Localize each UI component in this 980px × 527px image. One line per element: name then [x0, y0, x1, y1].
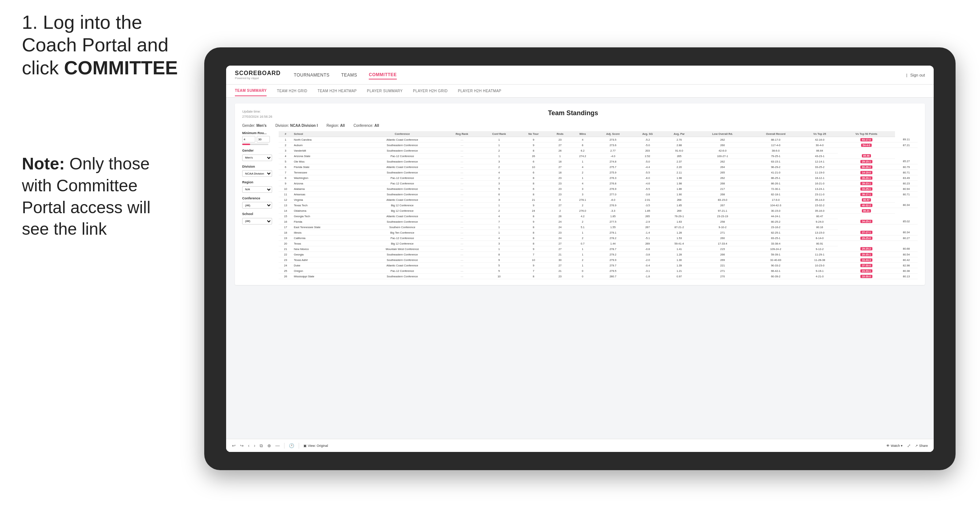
watch-btn[interactable]: 👁 Watch ▾	[886, 444, 903, 448]
note-area: Note: Only those with Committee Portal a…	[22, 153, 161, 240]
table-row: 6Florida StateAtlantic Coast Conference—…	[278, 164, 918, 170]
gender-select[interactable]: Men's	[242, 154, 272, 161]
table-cell: 24	[549, 219, 571, 224]
table-cell: 21	[278, 246, 293, 252]
nav-committee[interactable]: COMMITTEE	[369, 71, 397, 79]
conference-select[interactable]: (All)	[242, 202, 272, 208]
table-cell: 85.27	[895, 159, 918, 164]
toolbar-forward[interactable]: ›	[254, 443, 255, 448]
table-cell: Duke	[293, 263, 361, 268]
min-rounds-max-input[interactable]	[257, 136, 270, 143]
logo-subtitle: Powered by clippd	[235, 76, 281, 80]
sub-nav-team-h2h-grid[interactable]: TEAM H2H GRID	[277, 86, 307, 96]
table-cell: —	[444, 208, 480, 214]
table-cell: —	[444, 274, 480, 279]
filters-sidebar: Minimum Rou... Gender	[242, 131, 274, 279]
table-cell: 279.7	[594, 263, 632, 268]
table-cell: —	[444, 143, 480, 148]
nav-teams[interactable]: TEAMS	[341, 71, 358, 79]
sign-out-button[interactable]: Sign out	[910, 73, 925, 77]
toolbar-back[interactable]: ‹	[248, 443, 250, 448]
table-cell: 17-9-0	[750, 197, 802, 203]
table-cell: 104-42-3	[750, 203, 802, 208]
th-vs-top50: Vs Top 50 Points	[838, 131, 895, 137]
table-cell: 59-39-1	[750, 252, 802, 257]
filter-gender: Gender Men's	[242, 149, 274, 161]
table-cell: -0.4	[632, 263, 663, 268]
share-btn[interactable]: ↗ Share	[915, 444, 928, 448]
table-cell: 2.70	[663, 137, 695, 143]
table-cell: 260	[695, 143, 750, 148]
toolbar-expand[interactable]: ⤢	[907, 443, 911, 448]
table-cell: -3.8	[632, 252, 663, 257]
table-cell: 21	[549, 268, 571, 274]
th-wins: Wins	[571, 131, 594, 137]
table-cell: Southeastern Conference	[361, 257, 444, 263]
table-cell: 80.68	[895, 246, 918, 252]
sub-nav-team-summary[interactable]: TEAM SUMMARY	[235, 86, 267, 96]
table-cell: 8	[518, 214, 549, 219]
table-cell: 80.42	[895, 257, 918, 263]
sub-nav-team-h2h-heatmap[interactable]: TEAM H2H HEATMAP	[318, 86, 357, 96]
table-cell: 1.98	[663, 181, 695, 186]
table-cell: 19	[278, 235, 293, 241]
table-cell: 89.11	[895, 137, 918, 143]
table-cell: 29-15-1	[838, 159, 895, 164]
sub-nav-player-h2h-heatmap[interactable]: PLAYER H2H HEATMAP	[458, 86, 501, 96]
table-cell: 85.02	[895, 219, 918, 224]
table-cell: 24	[518, 208, 549, 214]
table-cell: Tennessee	[293, 170, 361, 175]
table-cell: 266	[695, 252, 750, 257]
table-cell: -5.1	[632, 235, 663, 241]
table-cell: 4	[278, 154, 293, 159]
nav-tournaments[interactable]: TOURNAMENTS	[294, 71, 330, 79]
min-rounds-min-input[interactable]	[242, 136, 255, 143]
table-cell: 1	[571, 159, 594, 164]
table-cell: 9	[518, 203, 549, 208]
filter-row: Gender: Men's Division: NCAA Division I …	[242, 124, 918, 127]
toolbar-copy[interactable]: ⧉	[260, 443, 263, 448]
view-original-btn[interactable]: ▣ View: Original	[304, 444, 328, 448]
table-cell: 2	[571, 203, 594, 208]
table-cell: -5.2	[632, 137, 663, 143]
content-area: Update time: 27/03/2024 16:56:26 Team St…	[226, 98, 934, 452]
table-cell: —	[444, 154, 480, 159]
table-cell: 5	[480, 263, 518, 268]
table-cell: —	[444, 159, 480, 164]
table-cell: Texas Tech	[293, 203, 361, 208]
table-cell: Southeastern Conference	[361, 219, 444, 224]
toolbar-undo[interactable]: ↩	[232, 443, 235, 448]
data-table: # School Conference Reg Rank Conf Rank N…	[278, 131, 918, 279]
region-select[interactable]: N/A	[242, 186, 272, 193]
th-overall-record: Overall Record	[750, 131, 802, 137]
table-cell: 271	[695, 230, 750, 235]
table-cell: 1.30	[663, 257, 695, 263]
table-cell: 3	[480, 197, 518, 203]
table-cell: Big 12 Conference	[361, 208, 444, 214]
toolbar-dash[interactable]: —	[275, 443, 280, 448]
table-cell: 11-19-0	[802, 170, 838, 175]
table-cell: —	[444, 181, 480, 186]
table-row: 7TennesseeSoutheastern Conference—461822…	[278, 170, 918, 175]
table-cell: 1	[278, 137, 293, 143]
toolbar-redo[interactable]: ↪	[240, 443, 243, 448]
th-adj-score: Adj. Score	[594, 131, 632, 137]
table-cell: Illinois	[293, 230, 361, 235]
toolbar-clock[interactable]: 🕐	[289, 443, 294, 448]
school-select[interactable]: (All)	[242, 218, 272, 224]
th-rnds: Rnds	[549, 131, 571, 137]
toolbar-plus[interactable]: ⊕	[267, 443, 271, 448]
table-cell: Atlantic Coast Conference	[361, 214, 444, 219]
table-cell: 18	[549, 159, 571, 164]
sub-nav-player-summary[interactable]: PLAYER SUMMARY	[367, 86, 402, 96]
sub-nav-player-h2h-grid[interactable]: PLAYER H2H GRID	[413, 86, 447, 96]
logo-title: SCOREBOARD	[235, 70, 281, 76]
table-cell: 1.63	[663, 219, 695, 224]
table-cell: 275.9	[594, 170, 632, 175]
filter-conference: Conference (All)	[242, 197, 274, 209]
division-select[interactable]: NCAA Division I	[242, 170, 272, 177]
table-cell: 1	[480, 230, 518, 235]
table-cell: 23-11-0	[802, 192, 838, 197]
table-cell: —	[444, 214, 480, 219]
table-cell: 268	[695, 181, 750, 186]
